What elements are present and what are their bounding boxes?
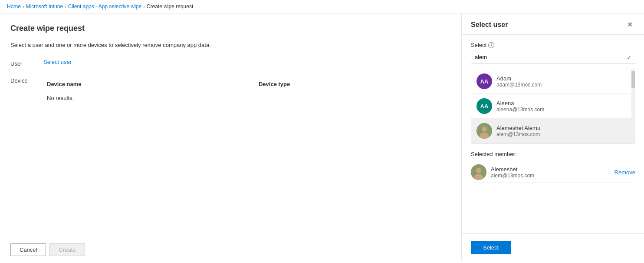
main-content: Create wipe request Select a user and on… [0,13,644,261]
device-field-value: Device name Device type No results. [36,76,451,105]
select-label-text: Select [471,42,486,48]
select-button[interactable]: Select [471,241,511,254]
avatar-initials-aleena: AA [480,103,489,110]
user-email-alemeshet: alem@13mos.com [496,131,630,137]
avatar-initials-adam: AA [480,78,489,85]
breadcrumb-sep-2: › [65,4,66,9]
description-text: Select a user and one or more devices to… [10,42,451,48]
avatar-adam: AA [476,73,492,89]
remove-member-link[interactable]: Remove [614,169,635,176]
selected-member-email: alem@13mos.com [491,173,610,179]
cancel-button[interactable]: Cancel [10,243,46,256]
table-row-no-results: No results. [43,91,451,105]
no-results-text: No results. [43,91,451,105]
close-panel-button[interactable]: ✕ [624,20,635,29]
breadcrumb-sep-3: › [143,4,145,9]
list-scrollbar[interactable] [631,69,635,143]
svg-point-1 [482,127,487,132]
selected-member-name: Alemeshet [491,166,610,173]
user-item-adam[interactable]: AA Adam adam@13mos.com [471,69,635,94]
user-label: User [10,59,36,67]
action-bar: Cancel Create [0,238,462,261]
panel-title: Select user [471,21,508,29]
list-scrollbar-thumb [631,71,635,88]
selected-member-label: Selected member: [471,151,635,157]
user-name-aleena: Aleena [496,100,630,107]
device-field-row: Device Device name Device type No result… [10,76,451,105]
user-name-adam: Adam [496,75,630,82]
page-title: Create wipe request [10,24,451,33]
user-item-aleena[interactable]: AA Aleena aleena@13mos.com [471,94,635,119]
device-table: Device name Device type No results. [43,77,451,105]
avatar-aleena: AA [476,98,492,114]
svg-point-4 [476,168,481,173]
breadcrumb: Home › Microsoft Intune › Client apps - … [0,0,644,13]
selected-member-info: Alemeshet alem@13mos.com [491,166,610,179]
user-name-alemeshet: Alemeshet Alemu [496,125,630,131]
user-info-adam: Adam adam@13mos.com [496,75,630,88]
avatar-alemeshet [476,123,492,139]
panel-body: Select i ✓ AA Adam adam@13mos.com [462,35,644,233]
user-field-row: User Select user [10,59,451,67]
check-icon: ✓ [627,54,632,61]
col-device-type: Device type [255,77,451,91]
breadcrumb-current: Create wipe request [147,3,193,10]
user-list: AA Adam adam@13mos.com AA Aleena aleena@… [471,69,635,144]
search-input[interactable] [471,51,635,63]
selected-member-row: Alemeshet alem@13mos.com Remove [471,162,635,183]
select-user-panel: Select user ✕ Select i ✓ AA [462,13,644,261]
breadcrumb-sep-1: › [23,4,24,9]
user-info-aleena: Aleena aleena@13mos.com [496,100,630,113]
avatar-selected-member [471,164,486,180]
left-panel: Create wipe request Select a user and on… [0,13,462,261]
breadcrumb-intune[interactable]: Microsoft Intune [26,3,63,10]
panel-footer: Select [462,233,644,261]
user-item-alemeshet[interactable]: Alemeshet Alemu alem@13mos.com [471,119,635,143]
user-info-alemeshet: Alemeshet Alemu alem@13mos.com [496,125,630,137]
panel-header: Select user ✕ [462,13,644,35]
user-email-adam: adam@13mos.com [496,82,630,88]
user-field-value: Select user [36,59,451,65]
device-label: Device [10,76,36,84]
info-icon[interactable]: i [488,42,494,48]
breadcrumb-client-apps[interactable]: Client apps - App selective wipe [68,3,141,10]
user-email-aleena: aleena@13mos.com [496,107,630,113]
col-device-name: Device name [43,77,255,91]
search-input-wrapper: ✓ [471,51,635,63]
breadcrumb-home[interactable]: Home [7,3,21,10]
create-button: Create [49,243,85,256]
select-user-link[interactable]: Select user [43,59,72,65]
select-label-row: Select i [471,42,635,48]
